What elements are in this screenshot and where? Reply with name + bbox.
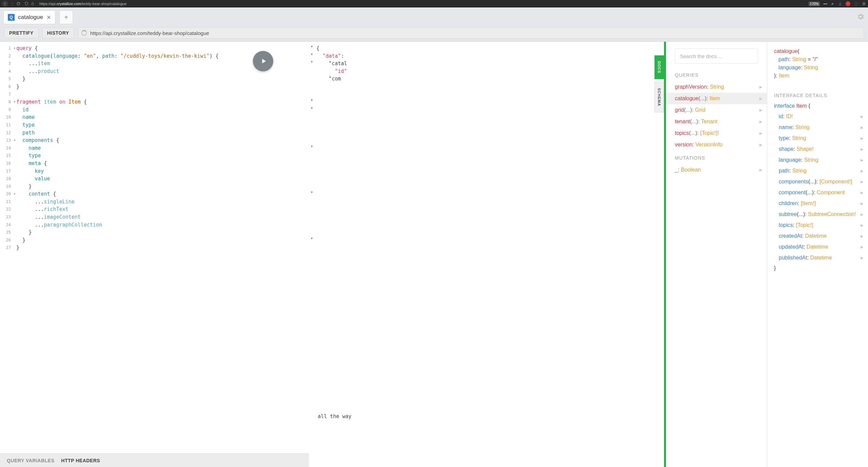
wrench-icon[interactable] [831, 2, 835, 6]
reload-button[interactable] [16, 2, 20, 6]
browser-chrome: https://api.crystallize.com/teddy-bear-s… [0, 0, 868, 7]
endpoint-input[interactable]: https://api.crystallize.com/teddy-bear-s… [78, 27, 864, 39]
close-icon[interactable]: ✕ [47, 14, 51, 21]
hamburger-icon[interactable] [862, 2, 866, 6]
back-button[interactable] [2, 1, 8, 7]
more-icon[interactable]: ••• [823, 2, 827, 6]
lock-icon [31, 2, 35, 6]
tab-title: catalogue [18, 14, 43, 21]
toolbar: PRETTIFY HISTORY https://api.crystallize… [0, 27, 868, 41]
zoom-indicator[interactable]: 170% [809, 2, 820, 6]
settings-button[interactable] [856, 13, 865, 22]
extension-icon[interactable] [846, 1, 850, 6]
download-icon[interactable] [838, 2, 842, 6]
address-bar[interactable]: https://api.crystallize.com/teddy-bear-s… [39, 2, 127, 6]
tab-icon: Q [8, 14, 15, 21]
tab-catalogue[interactable]: Q catalogue ✕ [3, 11, 55, 24]
spinner-icon [81, 30, 87, 36]
new-tab-button[interactable]: + [59, 11, 73, 24]
shield-icon [24, 2, 29, 6]
forward-button[interactable] [10, 2, 14, 6]
history-button[interactable]: HISTORY [42, 28, 74, 38]
svg-rect-0 [32, 4, 34, 5]
extension-dark-icon[interactable] [854, 1, 858, 6]
tab-bar: Q catalogue ✕ + [0, 7, 868, 27]
prettify-button[interactable]: PRETTIFY [4, 28, 39, 38]
